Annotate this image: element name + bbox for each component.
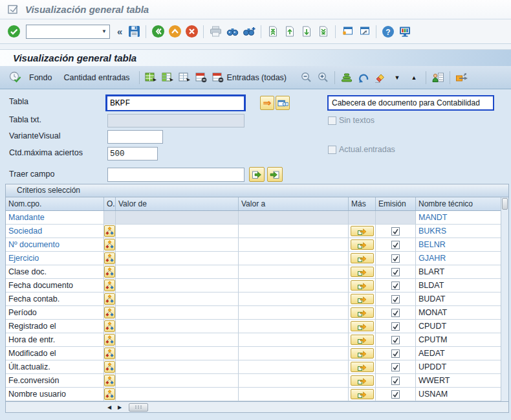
select-all-button[interactable] [143,69,160,86]
more-values-button[interactable] [351,253,374,263]
output-checkbox[interactable] [391,295,400,304]
transport-entries-button[interactable] [453,69,470,86]
value-to-input[interactable] [239,360,348,373]
more-values-button[interactable] [351,307,374,318]
output-checkbox[interactable] [391,349,400,358]
value-from-input[interactable] [116,374,238,387]
value-to-input[interactable] [239,333,348,346]
more-values-button[interactable] [351,335,374,345]
more-values-button[interactable] [351,226,374,236]
expand-all-button[interactable]: ▲ [406,69,422,86]
fetch-field-input[interactable] [107,168,245,182]
last-page-button[interactable] [315,23,332,40]
more-values-button[interactable] [351,294,374,304]
collapse-all-button[interactable]: ▼ [389,69,406,86]
dropdown-icon[interactable]: ▼ [99,28,109,34]
value-from-input[interactable] [116,360,238,373]
zoom-in-button[interactable] [314,69,331,86]
erase-button[interactable] [372,69,389,86]
value-to-input[interactable] [239,252,348,265]
output-checkbox[interactable] [391,390,400,399]
more-values-button[interactable] [351,321,374,331]
background-button[interactable]: Fondo [29,73,52,82]
selection-options-button[interactable] [104,252,115,264]
value-to-input[interactable] [239,225,348,238]
insert-field-button[interactable] [249,167,265,182]
output-checkbox[interactable] [391,254,400,263]
scroll-right-button[interactable]: ▶ [114,403,125,412]
append-field-button[interactable] [267,167,283,182]
selection-options-button[interactable] [104,307,115,318]
value-from-input[interactable] [116,265,238,278]
select-block-button[interactable] [160,69,177,86]
first-page-button[interactable] [265,23,281,40]
vertical-scrollbar-thumb[interactable] [502,198,508,210]
deselect-all-button[interactable] [177,69,193,86]
scroll-left-button[interactable]: ◀ [104,403,114,412]
selection-options-button[interactable] [104,334,115,346]
output-checkbox[interactable] [391,309,400,317]
value-to-input[interactable] [239,347,348,360]
more-values-button[interactable] [351,375,374,386]
continue-button[interactable]: ⇒ [260,96,274,110]
selection-options-button[interactable] [104,266,115,278]
selection-options-button[interactable] [104,293,115,305]
value-from-input[interactable] [116,306,238,319]
value-to-input[interactable] [239,320,348,333]
output-checkbox[interactable] [391,268,400,276]
help-button[interactable]: ? [380,23,397,40]
customize-layout-button[interactable] [397,23,413,40]
find-table-button[interactable] [276,96,290,110]
value-from-input[interactable] [116,238,238,251]
more-values-button[interactable] [351,348,374,359]
back-button[interactable] [149,23,166,40]
collapse-icon[interactable]: « [117,26,122,37]
create-shortcut-button[interactable] [356,23,373,40]
table-name-field[interactable] [105,94,246,111]
entries-all-label[interactable]: Entradas (todas) [227,73,287,82]
save-button[interactable] [125,23,142,40]
previous-page-button[interactable] [281,23,298,40]
find-button[interactable] [224,23,241,40]
horizontal-scrollbar-thumb[interactable] [129,403,148,412]
value-to-input[interactable] [239,265,348,278]
more-values-button[interactable] [351,280,374,291]
sort-button[interactable] [338,69,355,86]
entries-all-button[interactable] [210,69,227,86]
output-checkbox[interactable] [391,363,400,371]
value-to-input[interactable] [239,238,348,251]
value-to-input[interactable] [239,374,348,387]
selection-options-button[interactable] [104,361,115,373]
layout-variant-input[interactable] [107,130,163,144]
find-next-button[interactable] [241,23,257,40]
entries-selected-button[interactable] [193,69,210,86]
more-values-button[interactable] [351,239,374,250]
value-from-input[interactable] [116,279,238,292]
selection-options-button[interactable] [104,388,115,400]
value-from-input[interactable] [116,225,238,238]
execute-button[interactable] [6,69,23,86]
value-from-input[interactable] [116,252,238,265]
output-checkbox[interactable] [391,322,400,331]
output-checkbox[interactable] [391,227,400,236]
zoom-out-button[interactable] [298,69,314,86]
command-input[interactable] [27,26,99,38]
output-checkbox[interactable] [391,336,400,344]
selection-options-button[interactable] [104,280,115,291]
more-values-button[interactable] [351,389,374,399]
value-from-input[interactable] [116,347,238,360]
value-from-input[interactable] [116,293,238,305]
selection-options-button[interactable] [104,348,115,359]
table-name-input[interactable] [107,97,244,110]
more-values-button[interactable] [351,362,374,372]
vertical-scrollbar[interactable] [501,197,508,401]
value-from-input[interactable] [116,333,238,346]
command-field[interactable]: ▼ [26,25,110,39]
user-parameters-button[interactable] [429,69,446,86]
print-button[interactable] [207,23,224,40]
selection-options-button[interactable] [104,239,115,250]
value-from-input[interactable] [116,388,238,401]
up-button[interactable] [166,23,183,40]
enter-button[interactable] [5,23,22,40]
value-to-input[interactable] [239,306,348,319]
